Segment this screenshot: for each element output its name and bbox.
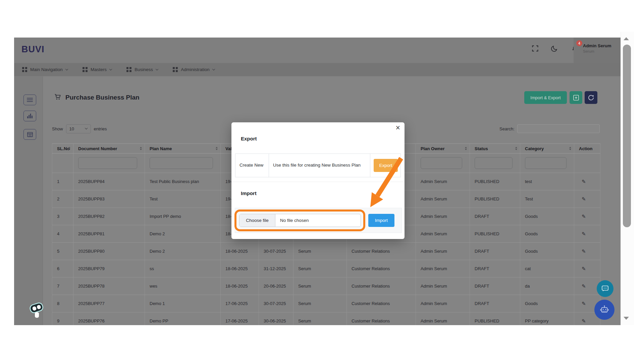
column-header-slno[interactable]: SL.No — [52, 144, 73, 153]
export-row: Create New Use this file for creating Ne… — [235, 154, 401, 177]
filter-status-input[interactable] — [475, 157, 513, 169]
filter-document-number-input[interactable] — [78, 157, 137, 169]
edit-icon[interactable]: ✎ — [582, 231, 586, 237]
cell-business-unit: Serum — [293, 278, 347, 295]
robot-icon — [599, 305, 609, 315]
column-header-category[interactable]: Category — [520, 144, 574, 153]
cell-document-number: 2025BUPP77 — [73, 295, 145, 312]
notification-count-badge: 4 — [576, 40, 582, 46]
edit-icon[interactable]: ✎ — [582, 318, 586, 324]
user-role: Serum — [583, 49, 621, 53]
cell-category: Goods — [520, 295, 574, 312]
edit-icon[interactable]: ✎ — [582, 179, 586, 185]
column-header-plan-owner[interactable]: Plan Owner — [416, 144, 470, 153]
cell-category: Goods — [520, 208, 574, 225]
cell-status: DRAFT — [470, 260, 520, 277]
edit-icon[interactable]: ✎ — [582, 248, 586, 254]
add-new-button[interactable] — [570, 91, 582, 104]
refresh-icon — [588, 95, 594, 101]
cell-slno: 9 — [52, 312, 73, 325]
column-header-plan-name[interactable]: Plan Name — [145, 144, 221, 153]
fullscreen-icon[interactable] — [532, 45, 538, 52]
refresh-button[interactable] — [585, 91, 597, 104]
cell-department: Customer Relations — [347, 312, 416, 325]
edit-icon[interactable]: ✎ — [582, 214, 586, 220]
grid-icon — [173, 67, 178, 72]
import-section-title: Import — [241, 190, 257, 196]
cell-department: Customer Relations — [347, 243, 416, 260]
cell-department: Customer Relations — [347, 295, 416, 312]
cell-valid-to: 20-06-2025 — [259, 278, 293, 295]
assistant-fab-button[interactable] — [594, 300, 614, 320]
chevron-down-icon — [85, 127, 88, 130]
plus-square-icon — [573, 95, 579, 101]
edit-icon[interactable]: ✎ — [582, 196, 586, 202]
cell-status: PUBLISHED — [470, 190, 520, 207]
filter-category-input[interactable] — [525, 157, 567, 169]
cell-document-number: 2025BUPP80 — [73, 243, 145, 260]
cell-department: Customer Relations — [347, 260, 416, 277]
cell-plan-name: Test Public Business plan — [145, 173, 221, 190]
cell-valid-from: 17-06-2025 — [221, 295, 259, 312]
cell-plan-name: Test — [145, 190, 221, 207]
file-input[interactable]: Choose file No file chosen — [239, 214, 361, 227]
sort-icon — [515, 147, 517, 150]
top-header: BUVI 4 Admin Serum Serum — [14, 38, 621, 63]
page-size-value: 10 — [69, 126, 74, 131]
user-name: Admin Serum — [583, 43, 621, 48]
cell-status: DRAFT — [470, 208, 520, 225]
page-size-select[interactable]: 10 — [66, 124, 91, 133]
sidebar-table-button[interactable] — [23, 129, 36, 140]
table-row: 9 2025BUPP76 Demo PP 17-06-2025 30-06-20… — [52, 312, 600, 325]
import-export-button[interactable]: Import & Export — [524, 91, 567, 104]
scrollbar-thumb[interactable] — [623, 45, 631, 227]
edit-icon[interactable]: ✎ — [582, 301, 586, 307]
filter-plan-name-input[interactable] — [150, 157, 213, 169]
page-scrollbar[interactable] — [621, 32, 634, 325]
cell-status: PUBLISHED — [470, 225, 520, 242]
cell-slno: 3 — [52, 208, 73, 225]
scroll-up-arrow[interactable] — [624, 37, 629, 40]
grid-icon — [83, 67, 88, 72]
table-row: 6 2025BUPP79 ss 18-06-2025 31-12-2025 Se… — [52, 260, 600, 278]
nav-item-business[interactable]: Business — [126, 67, 158, 72]
cell-slno: 5 — [52, 243, 73, 260]
cell-plan-owner: Admin Serum — [416, 243, 470, 260]
table-row: 7 2025BUPP78 wes 18-06-2025 20-06-2025 S… — [52, 278, 600, 295]
nav-label: Main Navigation — [30, 67, 63, 72]
cell-category: Test — [520, 190, 574, 207]
cell-valid-to: 31-12-2025 — [259, 260, 293, 277]
nav-item-masters[interactable]: Masters — [83, 67, 112, 72]
cell-plan-owner: Admin Serum — [416, 295, 470, 312]
sidebar-menu-button[interactable] — [23, 95, 36, 105]
bar-chart-icon — [27, 114, 33, 118]
column-header-action: Action — [574, 144, 600, 153]
export-button[interactable]: Export — [374, 159, 398, 172]
column-header-document-number[interactable]: Document Number — [73, 144, 145, 153]
nav-item-main-navigation[interactable]: Main Navigation — [22, 67, 68, 72]
sort-icon — [140, 147, 142, 150]
column-header-status[interactable]: Status — [470, 144, 520, 153]
dark-mode-icon[interactable] — [551, 45, 558, 52]
file-status-text: No file chosen — [275, 214, 309, 227]
edit-icon[interactable]: ✎ — [582, 266, 586, 272]
cell-valid-to: 30-06-2025 — [259, 312, 293, 325]
chat-fab-button[interactable] — [597, 280, 613, 297]
search-input[interactable] — [517, 124, 600, 133]
export-row-label: Create New — [235, 154, 269, 177]
close-icon[interactable]: × — [396, 124, 400, 132]
edit-icon[interactable]: ✎ — [582, 283, 586, 289]
chevron-down-icon — [156, 68, 159, 71]
table-icon — [27, 132, 33, 137]
import-button[interactable]: Import — [368, 214, 394, 227]
cell-plan-name: Demo 2 — [145, 225, 221, 242]
choose-file-button[interactable]: Choose file — [239, 214, 275, 227]
scroll-down-arrow[interactable] — [624, 317, 629, 320]
search-control: Search: — [499, 124, 600, 133]
filter-plan-owner-input[interactable] — [421, 157, 462, 169]
sidebar-chart-button[interactable] — [23, 111, 36, 121]
nav-item-administration[interactable]: Administration — [173, 67, 215, 72]
mascot-robot-icon[interactable] — [27, 299, 48, 320]
nav-label: Administration — [181, 67, 210, 72]
chevron-down-icon — [109, 68, 112, 71]
